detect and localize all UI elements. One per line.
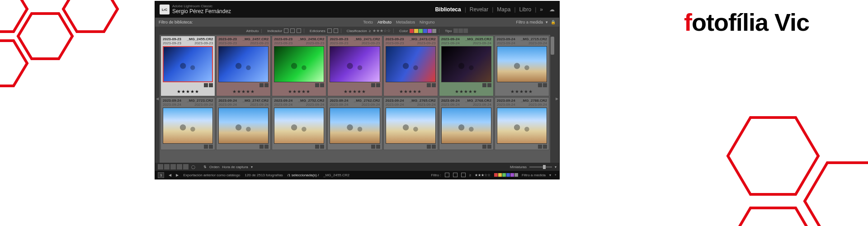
sort-dropdown[interactable]: Hora de captura xyxy=(222,165,248,169)
thumbnail-cell[interactable]: 2023-09-23_MG_2455.CR22023-09-232023-09-… xyxy=(160,36,215,96)
secondary-display-toggle[interactable]: 1 xyxy=(158,172,164,178)
toolbar-menu-icon[interactable]: ▾ xyxy=(555,165,557,169)
status-chip-purple[interactable] xyxy=(510,173,514,177)
nav-revelar[interactable]: Revelar xyxy=(470,6,488,13)
thumbnail-size-slider[interactable] xyxy=(529,166,552,168)
thumb-image[interactable] xyxy=(330,108,380,144)
thumbnail-cell[interactable]: 2023-09-24_MG_2762.CR22023-09-242023-09-… xyxy=(327,97,382,150)
type-video-icon[interactable] xyxy=(463,28,468,33)
thumbnail-cell[interactable]: 2023-09-24_MG_2752.CR22023-09-242023-09-… xyxy=(272,97,326,150)
thumb-image[interactable] xyxy=(497,46,547,82)
status-rating-stars[interactable]: ★★★☆☆ xyxy=(475,173,491,177)
thumb-badge-icon[interactable] xyxy=(543,145,547,149)
thumbnail-cell[interactable]: 2023-09-24_MG_2747.CR22023-09-242023-09-… xyxy=(216,97,271,150)
status-flag-unflagged-icon[interactable] xyxy=(453,173,458,177)
color-chip-red[interactable] xyxy=(410,29,414,33)
filter-tab-none[interactable]: Ninguno xyxy=(420,20,435,24)
thumb-badge-icon[interactable] xyxy=(482,145,486,149)
scrollbar-handle[interactable] xyxy=(551,37,554,55)
thumb-badge-icon[interactable] xyxy=(432,145,436,149)
thumb-rating[interactable]: ★★★★★ xyxy=(272,88,326,96)
left-panel-toggle[interactable]: ◀ xyxy=(155,35,160,163)
nav-more[interactable]: » xyxy=(540,6,543,13)
thumb-rating[interactable]: ★★★★★ xyxy=(328,88,382,96)
compare-view-icon[interactable] xyxy=(170,164,176,170)
thumb-badge-icon[interactable] xyxy=(482,83,486,87)
status-chip-yellow[interactable] xyxy=(498,173,502,177)
grid-view-icon[interactable] xyxy=(158,164,163,170)
status-flag-rejected-icon[interactable] xyxy=(461,173,466,177)
thumb-image[interactable] xyxy=(330,46,380,82)
thumb-image[interactable] xyxy=(218,108,269,144)
edit-icon-2[interactable] xyxy=(334,28,338,33)
grid-scrollbar[interactable] xyxy=(550,35,555,163)
color-chip-none[interactable] xyxy=(432,29,436,33)
thumb-badge-icon[interactable] xyxy=(259,83,264,87)
status-prev-icon[interactable]: ◀ xyxy=(169,173,171,177)
thumb-badge-icon[interactable] xyxy=(315,145,319,149)
thumb-badge-icon[interactable] xyxy=(538,145,542,149)
status-chip-green[interactable] xyxy=(502,173,506,177)
edit-icon-1[interactable] xyxy=(327,28,332,33)
nav-biblioteca[interactable]: Biblioteca xyxy=(435,6,461,13)
status-next-icon[interactable]: ▶ xyxy=(176,173,179,177)
thumb-badge-icon[interactable] xyxy=(264,145,269,149)
thumb-badge-icon[interactable] xyxy=(543,83,547,87)
filter-lock-icon[interactable]: ⭑ xyxy=(555,173,557,177)
type-virtual-icon[interactable] xyxy=(458,28,463,33)
thumb-badge-icon[interactable] xyxy=(427,83,431,87)
right-panel-toggle[interactable]: ▶ xyxy=(555,35,559,163)
thumbnail-cell[interactable]: 2023-09-24_MG_2765.CR22023-09-242023-09-… xyxy=(383,97,438,150)
thumb-image[interactable] xyxy=(274,46,324,82)
rating-stars-filter[interactable]: ★★★☆☆ xyxy=(373,28,391,33)
loupe-view-icon[interactable] xyxy=(164,164,170,170)
thumb-rating[interactable]: ★★★★★ xyxy=(439,88,493,96)
thumbnail-cell[interactable]: 2023-09-23_MG_2457.CR22023-09-232023-09-… xyxy=(216,36,271,96)
thumb-badge-icon[interactable] xyxy=(209,83,213,87)
flag-rejected-icon[interactable] xyxy=(297,28,301,33)
status-chip-none[interactable] xyxy=(514,173,518,177)
painter-tool-icon[interactable]: ◯ xyxy=(191,165,195,169)
thumb-badge-icon[interactable] xyxy=(204,145,208,149)
color-chip-purple[interactable] xyxy=(428,29,432,33)
thumb-image[interactable] xyxy=(441,108,491,144)
type-master-icon[interactable] xyxy=(453,28,458,33)
thumbnail-grid[interactable]: 2023-09-23_MG_2455.CR22023-09-232023-09-… xyxy=(160,35,550,163)
thumb-rating[interactable]: ★★★★★ xyxy=(495,88,549,96)
thumb-image[interactable] xyxy=(274,108,324,144)
thumb-image[interactable] xyxy=(218,46,269,82)
thumbnail-cell[interactable]: 2023-09-24_MG_2715.CR22023-09-242023-09-… xyxy=(495,36,549,96)
thumbnail-cell[interactable]: 2023-09-23_MG_2471.CR22023-09-232023-09-… xyxy=(327,36,382,96)
thumb-badge-icon[interactable] xyxy=(204,83,208,87)
thumb-badge-icon[interactable] xyxy=(487,145,491,149)
status-flag-picked-icon[interactable] xyxy=(445,173,449,177)
thumbnail-cell[interactable]: 2023-09-24_MG_2635.CR22023-09-242023-09-… xyxy=(439,36,494,96)
thumb-badge-icon[interactable] xyxy=(264,83,269,87)
survey-view-icon[interactable] xyxy=(177,164,182,170)
thumb-badge-icon[interactable] xyxy=(315,83,319,87)
flag-unflagged-icon[interactable] xyxy=(290,28,295,33)
nav-mapa[interactable]: Mapa xyxy=(497,6,510,13)
thumb-badge-icon[interactable] xyxy=(209,145,213,149)
status-rating-op[interactable]: ≥ xyxy=(469,173,471,177)
chevron-down-icon[interactable]: ▾ xyxy=(251,165,253,169)
chevron-down-icon[interactable]: ▾ xyxy=(549,173,551,177)
thumb-rating[interactable]: ★★★★★ xyxy=(217,88,270,96)
nav-libro[interactable]: Libro xyxy=(519,6,532,13)
thumb-rating[interactable]: ★★★★★ xyxy=(384,88,438,96)
status-filter-preset[interactable]: Filtro a medida xyxy=(522,173,546,177)
status-chip-red[interactable] xyxy=(494,173,498,177)
thumb-rating[interactable]: ★★★★★ xyxy=(161,88,215,96)
thumb-image[interactable] xyxy=(163,46,213,82)
filter-tab-text[interactable]: Texto xyxy=(363,20,373,24)
thumb-image[interactable] xyxy=(163,108,213,144)
thumb-badge-icon[interactable] xyxy=(371,83,375,87)
color-chip-yellow[interactable] xyxy=(414,29,418,33)
thumb-badge-icon[interactable] xyxy=(371,145,375,149)
color-chip-blue[interactable] xyxy=(423,29,427,33)
flag-picked-icon[interactable] xyxy=(284,28,288,33)
thumbnail-cell[interactable]: 2023-09-23_MG_2473.CR22023-09-232023-09-… xyxy=(383,36,438,96)
thumbnail-cell[interactable]: 2023-09-23_MG_2458.CR22023-09-232023-09-… xyxy=(272,36,326,96)
color-chip-green[interactable] xyxy=(419,29,423,33)
thumb-image[interactable] xyxy=(497,108,547,144)
